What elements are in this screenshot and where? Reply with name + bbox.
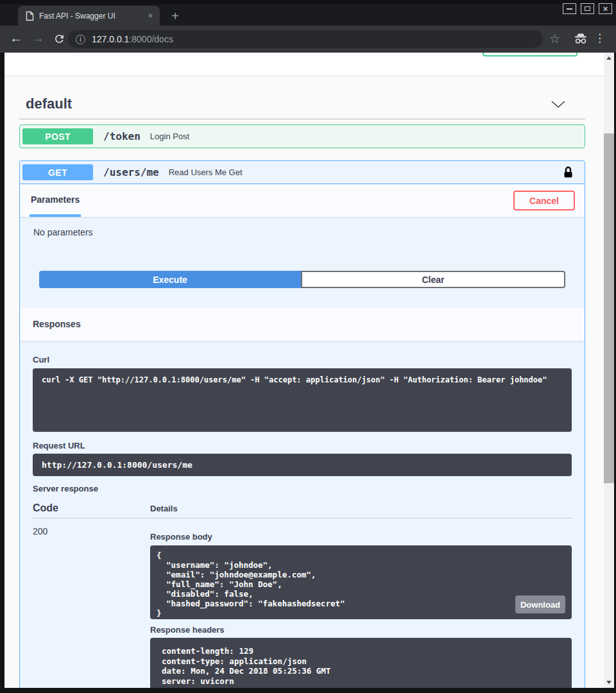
info-section	[4, 53, 604, 76]
tab-title: Fast API - Swagger UI	[39, 12, 146, 21]
scroll-down-arrow-icon[interactable]	[606, 681, 612, 684]
curl-code-block: curl -X GET "http://127.0.0.1:8000/users…	[33, 368, 572, 432]
request-url-value: http://127.0.0.1:8000/users/me	[42, 460, 563, 470]
responses-title: Responses	[33, 319, 81, 329]
scroll-up-arrow-icon[interactable]	[606, 56, 612, 60]
minimize-button[interactable]	[563, 3, 576, 14]
browser-titlebar: Fast API - Swagger UI × + ×	[0, 0, 616, 26]
response-body-json: { "username": "johndoe", "email": "johnd…	[157, 551, 565, 618]
page-info-icon[interactable]: i	[76, 35, 85, 44]
post-description: Login Post	[150, 132, 189, 141]
table-divider	[33, 518, 572, 518]
response-table-header: Code Details	[33, 502, 572, 514]
get-method-badge: GET	[22, 164, 93, 180]
forward-button[interactable]: →	[31, 31, 44, 46]
response-row-200: 200 Response body { "username": "johndoe…	[33, 526, 572, 688]
code-column-header: Code	[33, 502, 150, 514]
back-button[interactable]: ←	[10, 31, 22, 46]
status-code: 200	[33, 526, 150, 688]
reload-icon	[53, 33, 65, 45]
curl-label: Curl	[33, 355, 572, 364]
request-url-label: Request URL	[33, 441, 572, 450]
close-icon: ×	[603, 4, 608, 13]
opblock-post-token: POST /token Login Post	[19, 124, 585, 148]
get-description: Read Users Me Get	[169, 167, 243, 177]
url-path: :8000/docs	[129, 34, 173, 44]
minimize-icon	[567, 8, 572, 10]
authorize-button-partial[interactable]	[483, 53, 578, 56]
post-method-badge: POST	[22, 128, 93, 144]
chevron-down-icon[interactable]	[551, 100, 566, 108]
execute-button-group: Execute Clear	[39, 271, 565, 288]
parameters-section-header: Parameters Cancel	[20, 184, 585, 217]
scrollbar-thumb[interactable]	[604, 133, 614, 483]
opblock-get-users-me: GET /users/me Read Users Me Get Paramete…	[19, 160, 585, 688]
browser-tab[interactable]: Fast API - Swagger UI ×	[18, 6, 160, 26]
url-text: 127.0.0.1:8000/docs	[92, 34, 173, 44]
execute-button[interactable]: Execute	[39, 271, 301, 288]
get-summary-row[interactable]: GET /users/me Read Users Me Get	[20, 161, 585, 184]
maximize-button[interactable]	[581, 3, 594, 14]
responses-section-header: Responses	[20, 307, 585, 341]
browser-toolbar: ← → i 127.0.0.1:8000/docs ☆ ⋮	[0, 26, 616, 53]
details-column-header: Details	[150, 504, 178, 513]
responses-body: Curl curl -X GET "http://127.0.0.1:8000/…	[20, 341, 585, 688]
tag-title: default	[26, 96, 551, 112]
incognito-icon[interactable]	[574, 33, 587, 47]
get-path: /users/me	[103, 166, 159, 178]
favicon-document-icon	[26, 11, 34, 21]
tag-section-header[interactable]: default	[19, 89, 585, 119]
request-url-block: http://127.0.0.1:8000/users/me	[33, 454, 572, 476]
response-headers-text: content-length: 129 content-type: applic…	[162, 646, 560, 686]
clear-button[interactable]: Clear	[301, 271, 565, 288]
response-headers-label: Response headers	[150, 625, 572, 635]
new-tab-button[interactable]: +	[167, 8, 184, 24]
browser-menu-icon[interactable]: ⋮	[594, 31, 605, 45]
tab-parameters[interactable]: Parameters	[30, 184, 81, 217]
bookmark-star-icon[interactable]: ☆	[549, 31, 560, 46]
lock-icon[interactable]	[563, 166, 573, 178]
no-parameters-text: No parameters	[20, 217, 585, 237]
post-path: /token	[103, 130, 141, 142]
response-body-block: { "username": "johndoe", "email": "johnd…	[150, 545, 572, 619]
window-controls: ×	[563, 3, 612, 14]
post-summary-row[interactable]: POST /token Login Post	[20, 125, 585, 148]
tab-close-icon[interactable]: ×	[146, 11, 155, 21]
maximize-icon	[585, 6, 590, 11]
server-response-label: Server response	[33, 484, 572, 493]
response-body-label: Response body	[150, 532, 572, 542]
download-button[interactable]: Download	[515, 595, 565, 613]
url-host: 127.0.0.1	[92, 34, 129, 44]
response-details: Response body { "username": "johndoe", "…	[150, 526, 572, 688]
reload-button[interactable]	[53, 33, 65, 47]
response-headers-block: content-length: 129 content-type: applic…	[150, 638, 572, 688]
swagger-page: default POST /token Login Post GET /user…	[4, 53, 604, 688]
address-bar[interactable]: i 127.0.0.1:8000/docs	[68, 30, 543, 48]
page-scrollbar[interactable]	[604, 53, 614, 688]
close-button[interactable]: ×	[599, 3, 612, 14]
curl-command: curl -X GET "http://127.0.0.1:8000/users…	[42, 375, 563, 385]
cancel-button[interactable]: Cancel	[513, 191, 575, 210]
swagger-content: default POST /token Login Post GET /user…	[4, 89, 604, 688]
